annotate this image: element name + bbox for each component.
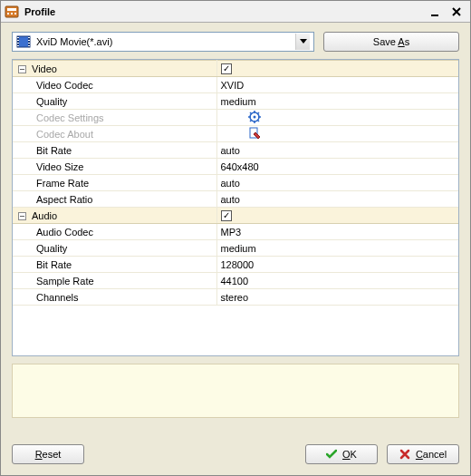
row-aspect-ratio[interactable]: Aspect Ratio auto xyxy=(13,191,458,208)
row-video-codec[interactable]: Video Codec XVID xyxy=(13,77,458,93)
cancel-button[interactable]: Cancel xyxy=(387,444,459,464)
row-value[interactable]: 640x480 xyxy=(216,159,458,175)
gear-icon[interactable] xyxy=(248,111,261,123)
row-value[interactable]: medium xyxy=(216,240,458,257)
collapse-icon[interactable]: – xyxy=(18,65,26,73)
audio-enabled-checkbox[interactable]: ✓ xyxy=(221,210,232,221)
svg-rect-10 xyxy=(17,40,19,41)
svg-rect-15 xyxy=(28,43,30,44)
row-value[interactable]: auto xyxy=(216,191,458,208)
svg-rect-6 xyxy=(17,36,30,47)
row-label: Codec Settings xyxy=(16,112,104,123)
row-value[interactable]: MP3 xyxy=(216,224,458,240)
minimize-button[interactable] xyxy=(425,4,445,20)
row-channels[interactable]: Channels stereo xyxy=(13,289,458,306)
row-label: Quality xyxy=(16,243,67,254)
section-audio-label: Audio xyxy=(32,210,57,221)
row-value[interactable]: 128000 xyxy=(216,257,458,273)
svg-rect-16 xyxy=(28,45,30,46)
row-audio-bitrate[interactable]: Bit Rate 128000 xyxy=(13,257,458,273)
svg-rect-13 xyxy=(28,37,30,38)
row-audio-quality[interactable]: Quality medium xyxy=(13,240,458,257)
row-value[interactable]: stereo xyxy=(216,289,458,306)
close-button[interactable] xyxy=(447,4,466,20)
ok-button[interactable]: OK xyxy=(305,444,378,464)
ok-label: OK xyxy=(342,449,357,460)
row-label: Channels xyxy=(16,292,78,303)
row-label: Audio Codec xyxy=(16,227,93,238)
video-enabled-checkbox[interactable]: ✓ xyxy=(221,63,232,74)
svg-rect-2 xyxy=(7,13,9,15)
row-label: Frame Rate xyxy=(16,178,89,189)
row-label: Bit Rate xyxy=(16,145,72,156)
row-label: Aspect Ratio xyxy=(16,194,92,205)
reset-label: Reset xyxy=(35,449,62,460)
profile-dialog: Profile XviD Movie(*.avi) xyxy=(0,0,471,476)
reset-button[interactable]: Reset xyxy=(12,444,84,464)
profile-dropdown-text: XviD Movie(*.avi) xyxy=(36,36,295,47)
chevron-down-icon xyxy=(295,34,310,50)
row-value[interactable]: auto xyxy=(216,175,458,191)
cross-icon xyxy=(399,449,410,460)
section-video-label: Video xyxy=(32,63,57,74)
footer: Reset OK Cancel xyxy=(1,435,470,475)
app-icon xyxy=(5,5,19,19)
row-value[interactable]: auto xyxy=(216,142,458,159)
film-icon xyxy=(16,34,31,49)
row-value[interactable]: medium xyxy=(216,93,458,110)
section-audio[interactable]: –Audio ✓ xyxy=(13,208,458,224)
row-frame-rate[interactable]: Frame Rate auto xyxy=(13,175,458,191)
window-title: Profile xyxy=(24,6,423,17)
row-label: Bit Rate xyxy=(16,259,72,270)
row-video-quality[interactable]: Quality medium xyxy=(13,93,458,110)
cancel-label: Cancel xyxy=(416,449,447,460)
svg-rect-5 xyxy=(431,15,438,16)
property-grid: –Video ✓ Video Codec XVID Quality medium… xyxy=(12,59,459,356)
svg-rect-14 xyxy=(28,40,30,41)
row-sample-rate[interactable]: Sample Rate 44100 xyxy=(13,273,458,289)
save-as-button[interactable]: Save As xyxy=(323,32,459,52)
collapse-icon[interactable]: – xyxy=(18,212,26,220)
row-value[interactable]: 44100 xyxy=(216,273,458,289)
svg-rect-3 xyxy=(11,13,13,15)
toolbar: XviD Movie(*.avi) Save As xyxy=(1,23,470,59)
title-bar: Profile xyxy=(1,1,470,23)
row-codec-settings[interactable]: Codec Settings xyxy=(13,110,458,126)
row-codec-about[interactable]: Codec About xyxy=(13,126,458,142)
check-icon xyxy=(326,449,337,460)
profile-dropdown[interactable]: XviD Movie(*.avi) xyxy=(12,32,314,52)
svg-rect-1 xyxy=(7,8,16,11)
svg-rect-4 xyxy=(14,13,16,15)
row-audio-codec[interactable]: Audio Codec MP3 xyxy=(13,224,458,240)
svg-rect-11 xyxy=(17,43,19,44)
svg-rect-0 xyxy=(5,6,18,17)
save-as-label: Save As xyxy=(373,36,409,47)
svg-point-18 xyxy=(253,115,255,118)
row-label: Sample Rate xyxy=(16,276,94,287)
row-label: Video Size xyxy=(16,161,83,172)
description-panel xyxy=(12,364,459,418)
svg-rect-12 xyxy=(17,45,19,46)
row-label: Codec About xyxy=(16,129,93,140)
section-video[interactable]: –Video ✓ xyxy=(13,61,458,77)
row-video-size[interactable]: Video Size 640x480 xyxy=(13,159,458,175)
row-video-bitrate[interactable]: Bit Rate auto xyxy=(13,142,458,159)
svg-rect-9 xyxy=(17,37,19,38)
row-value[interactable]: XVID xyxy=(216,77,458,93)
row-label: Quality xyxy=(16,96,67,107)
document-edit-icon[interactable] xyxy=(248,127,261,140)
row-label: Video Codec xyxy=(16,80,93,91)
